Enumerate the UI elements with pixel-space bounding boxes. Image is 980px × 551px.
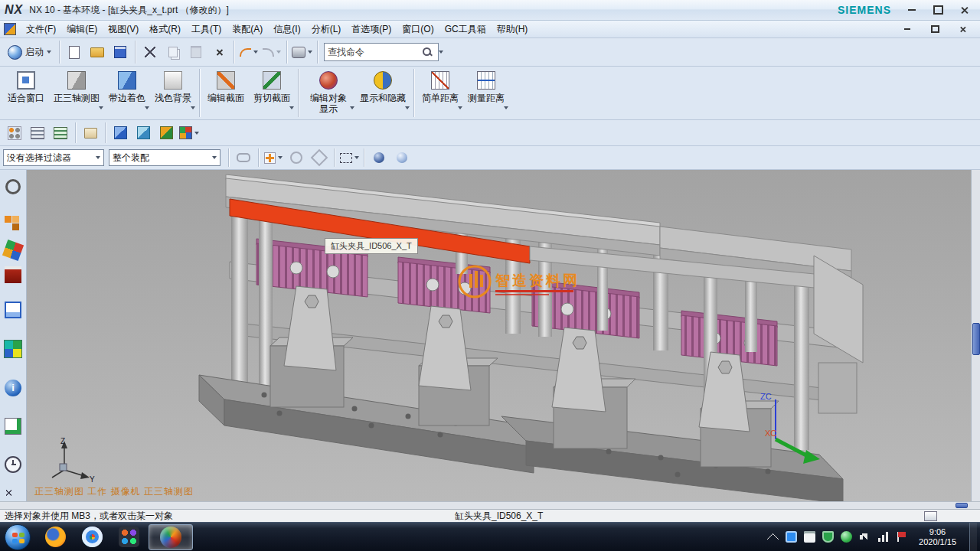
delete-button[interactable] [207,42,230,62]
highlight-sphere-button[interactable] [368,148,390,168]
minimize-button[interactable] [902,4,922,17]
vertical-scrollbar-thumb[interactable] [972,323,980,355]
start-orb-button[interactable] [5,524,31,550]
more-assembly-tools-button[interactable] [178,123,201,143]
tray-volume-icon[interactable] [859,531,871,543]
start-menu-button[interactable]: 启动 [3,41,56,63]
select-chain-button[interactable] [232,148,255,168]
snap-mid-button[interactable] [308,148,331,168]
menu-information[interactable]: 信息(I) [268,21,305,37]
web-browser-icon[interactable]: i [5,380,21,396]
notebook-button[interactable] [79,123,102,143]
simple-distance-button[interactable]: 简单距离 [417,67,463,114]
taskbar-clock[interactable]: 9:06 2020/1/15 [919,527,956,547]
tray-message-icon[interactable] [786,531,797,543]
menu-edit[interactable]: 编辑(E) [61,21,103,37]
find-component-button[interactable] [3,123,26,143]
save-button[interactable] [109,42,132,62]
shaded-caret-icon [145,106,149,109]
doc-restore-button[interactable] [925,23,945,36]
search-options-button[interactable] [434,42,448,62]
paste-button[interactable] [185,42,207,62]
viewport-canvas[interactable]: ZC XC 智造资料网 [27,170,971,501]
wave-geometry-button[interactable] [155,123,178,143]
view-status-text: 正三轴测图 工作 摄像机 正三轴测图 [34,485,194,498]
horizontal-scrollbar[interactable] [0,501,980,509]
tray-expand-caret-icon[interactable] [767,531,779,543]
menu-analysis[interactable]: 分析(L) [306,21,347,37]
light-background-caret-icon [191,106,195,109]
copy-button[interactable] [162,42,185,62]
show-desktop-button[interactable] [969,523,977,551]
vertical-scrollbar[interactable] [971,170,980,501]
roles-gear-icon[interactable] [5,179,21,194]
paste-icon [191,46,201,58]
taskbar-nx-button[interactable] [149,524,193,550]
undo-button[interactable] [237,42,260,62]
open-file-button[interactable] [86,42,109,62]
show-hide-button[interactable]: 显示和隐藏 [355,67,410,114]
tray-document-icon[interactable] [804,531,815,543]
menu-file[interactable]: 文件(F) [21,21,61,37]
history-page-icon[interactable] [5,418,21,435]
maximize-button[interactable] [928,4,948,17]
edit-section-button[interactable]: 编辑截面 [203,67,249,114]
edit-object-display-button[interactable]: 编辑对象显示 [302,67,355,114]
sidebar-expand-chevron-icon[interactable] [5,488,21,497]
taskbar-browser-button[interactable] [75,524,109,550]
menu-window[interactable]: 窗口(O) [397,21,439,37]
tray-360-ball-icon[interactable] [841,531,852,543]
constraint-navigator-icon[interactable] [2,240,24,261]
move-component-button[interactable] [109,123,132,143]
clock-date: 2020/1/15 [919,537,956,547]
component-pattern-icon [8,126,21,140]
menu-tools[interactable]: 工具(T) [186,21,227,37]
tray-security-shield-icon[interactable] [822,531,834,543]
study-sphere-button[interactable] [390,148,413,168]
snap-point-button[interactable] [262,148,285,168]
fit-window-button[interactable]: 适合窗口 [3,67,49,114]
hd3d-tools-icon[interactable] [4,340,22,358]
shaded-with-edges-button[interactable]: 带边着色 [104,67,150,114]
redo-button[interactable] [260,42,283,62]
menu-view[interactable]: 视图(V) [103,21,144,37]
new-file-button[interactable] [63,42,86,62]
siemens-logo: SIEMENS [838,4,891,16]
snap-end-button[interactable] [285,148,308,168]
assembly-navigator-icon[interactable] [5,216,21,233]
tray-network-icon[interactable] [877,531,889,543]
close-button[interactable] [954,4,974,17]
assembly-constraints-button[interactable] [132,123,155,143]
shaded-cube-icon [118,71,136,90]
selection-filter-dropdown[interactable]: 没有选择过滤器 [3,149,104,166]
window-title: NX 10 - 基本环境 - [缸头夹具_x_t.prt （修改的）] [29,4,229,17]
light-background-button[interactable]: 浅色背景 [150,67,196,114]
menu-help[interactable]: 帮助(H) [492,21,534,37]
clip-section-button[interactable]: 剪切截面 [249,67,295,114]
graphics-window[interactable]: ZC XC 智造资料网 [27,170,971,501]
menu-assemblies[interactable]: 装配(A) [227,21,268,37]
layer-settings-button[interactable] [26,123,49,143]
menu-gc-toolbox[interactable]: GC工具箱 [439,21,492,37]
render-style-button[interactable] [290,42,314,62]
reuse-library-icon[interactable] [5,302,21,318]
selection-scope-dropdown[interactable]: 整个装配 [109,149,220,166]
part-navigator-icon[interactable] [5,266,21,283]
triad-z-label: Z [60,437,65,445]
menu-format[interactable]: 格式(R) [144,21,186,37]
trimetric-view-button[interactable]: 正三轴测图 [49,67,104,114]
taskbar-firefox-button[interactable] [38,524,72,550]
status-window-icon[interactable] [924,511,937,521]
horizontal-scrollbar-thumb[interactable] [956,503,968,508]
tray-flag-icon[interactable] [896,531,907,543]
taskbar-app-button[interactable] [112,524,145,550]
history-clock-icon[interactable] [5,456,21,473]
menu-preferences[interactable]: 首选项(P) [346,21,397,37]
cut-button[interactable] [139,42,162,62]
rectangle-select-button[interactable] [338,148,361,168]
doc-close-button[interactable] [952,23,972,36]
measure-distance-button[interactable]: 测量距离 [463,67,509,114]
doc-minimize-button[interactable] [897,23,917,36]
view-in-layer-button[interactable] [49,123,72,143]
open-folder-icon [90,47,104,57]
